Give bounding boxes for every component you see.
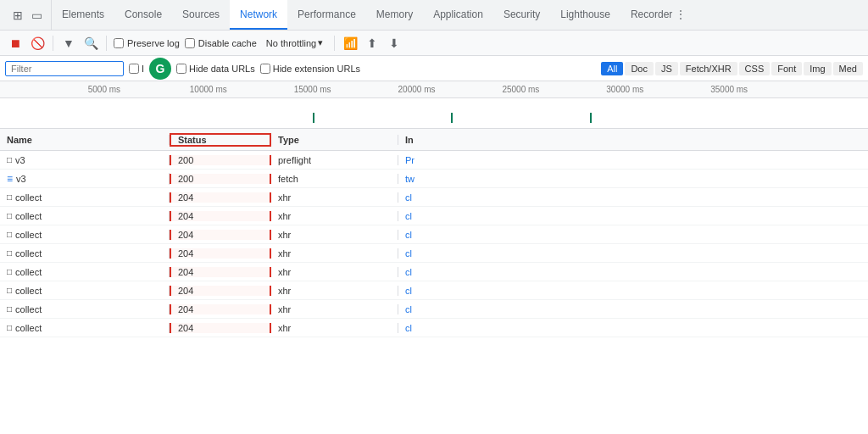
- td-name: □collect: [0, 192, 170, 203]
- td-type: xhr: [271, 211, 398, 221]
- td-initiator: cl: [398, 230, 868, 240]
- table-row[interactable]: □collect204xhrcl: [0, 207, 868, 225]
- doc-icon: □: [7, 248, 12, 258]
- wifi-icon[interactable]: 📶: [342, 35, 359, 52]
- th-initiator[interactable]: In: [398, 135, 868, 145]
- tab-recorder[interactable]: Recorder ⋮: [620, 0, 696, 30]
- preserve-log-checkbox[interactable]: [114, 38, 124, 48]
- doc-icon: □: [7, 286, 12, 295]
- row-name: collect: [15, 286, 42, 296]
- td-initiator: cl: [398, 211, 868, 221]
- filter-bar: I G Hide data URLs Hide extension URLs A…: [0, 56, 868, 81]
- disable-cache-checkbox[interactable]: [185, 38, 195, 48]
- th-type[interactable]: Type: [271, 135, 398, 145]
- table-row[interactable]: ≡v3200fetchtw: [0, 170, 868, 188]
- hide-data-urls-checkbox[interactable]: [176, 64, 186, 74]
- disable-cache-group[interactable]: Disable cache: [185, 38, 257, 48]
- type-filter-fetch-xhr[interactable]: Fetch/XHR: [680, 62, 737, 75]
- td-status: 204: [170, 304, 271, 314]
- td-initiator: tw: [398, 174, 868, 184]
- table-row[interactable]: □collect204xhrcl: [0, 281, 868, 300]
- filter-icon[interactable]: ▼: [60, 35, 77, 52]
- upload-icon[interactable]: ⬆: [364, 35, 381, 52]
- tab-performance[interactable]: Performance: [287, 0, 366, 30]
- tab-bar: ⊞ ▭ Elements Console Sources Network Per…: [0, 0, 868, 31]
- td-name: ≡v3: [0, 173, 170, 185]
- td-initiator: cl: [398, 267, 868, 277]
- hide-data-urls-label: Hide data URLs: [189, 64, 255, 74]
- type-filter-all[interactable]: All: [601, 62, 623, 75]
- fetch-icon: ≡: [7, 173, 13, 185]
- table-row[interactable]: □collect204xhrcl: [0, 300, 868, 319]
- tab-security[interactable]: Security: [493, 0, 550, 30]
- row-name: collect: [15, 267, 42, 277]
- tab-console[interactable]: Console: [114, 0, 172, 30]
- throttle-dropdown[interactable]: No throttling ▾: [262, 35, 327, 51]
- th-status[interactable]: Status: [170, 133, 271, 147]
- search-button[interactable]: 🔍: [82, 35, 99, 52]
- type-filter-img[interactable]: Img: [804, 62, 831, 75]
- table-row[interactable]: □collect204xhrcl: [0, 319, 868, 337]
- td-initiator: cl: [398, 323, 868, 333]
- td-status: 204: [170, 323, 271, 333]
- invert-checkbox[interactable]: [129, 64, 139, 74]
- type-filter-doc[interactable]: Doc: [625, 62, 654, 75]
- type-filter-js[interactable]: JS: [655, 62, 678, 75]
- table-row[interactable]: □collect204xhrcl: [0, 225, 868, 244]
- doc-icon: □: [7, 155, 12, 164]
- preserve-log-label: Preserve log: [127, 38, 180, 48]
- type-filter-font[interactable]: Font: [771, 62, 802, 75]
- invert-label: I: [142, 64, 144, 74]
- download-icon[interactable]: ⬇: [386, 35, 403, 52]
- tab-application[interactable]: Application: [423, 0, 493, 30]
- device-icon[interactable]: ▭: [29, 8, 44, 23]
- table-row[interactable]: □collect204xhrcl: [0, 244, 868, 263]
- ruler-mark: 10000 ms: [190, 85, 227, 94]
- separator-3: [334, 36, 335, 51]
- record-stop-button[interactable]: ⏹: [7, 35, 24, 52]
- table-header: Name Status Type In: [0, 129, 868, 151]
- separator-2: [106, 36, 107, 51]
- filter-input[interactable]: [5, 61, 124, 76]
- td-initiator: cl: [398, 304, 868, 314]
- type-filter-css[interactable]: CSS: [739, 62, 771, 75]
- clear-button[interactable]: 🚫: [29, 35, 46, 52]
- td-name: □collect: [0, 248, 170, 259]
- avatar[interactable]: G: [149, 58, 171, 80]
- doc-icon: □: [7, 230, 12, 239]
- hide-data-urls-group[interactable]: Hide data URLs: [176, 64, 255, 74]
- tab-memory[interactable]: Memory: [366, 0, 423, 30]
- devtools-icons: ⊞ ▭: [3, 0, 52, 30]
- preserve-log-group[interactable]: Preserve log: [114, 38, 180, 48]
- row-name: collect: [15, 192, 42, 203]
- td-initiator: cl: [398, 248, 868, 259]
- tab-sources[interactable]: Sources: [172, 0, 230, 30]
- tab-elements[interactable]: Elements: [52, 0, 114, 30]
- invert-checkbox-group[interactable]: I: [129, 64, 144, 74]
- table-row[interactable]: □v3200preflightPr: [0, 151, 868, 170]
- inspect-icon[interactable]: ⊞: [10, 8, 25, 23]
- td-name: □collect: [0, 304, 170, 314]
- doc-icon: □: [7, 304, 12, 314]
- separator-1: [53, 36, 53, 51]
- hide-extension-urls-checkbox[interactable]: [260, 64, 270, 74]
- row-name: collect: [15, 304, 42, 314]
- table-row[interactable]: □collect204xhrcl: [0, 188, 868, 207]
- hide-extension-urls-label: Hide extension URLs: [273, 64, 360, 74]
- network-toolbar: ⏹ 🚫 ▼ 🔍 Preserve log Disable cache No th…: [0, 31, 868, 56]
- row-name: collect: [15, 248, 42, 259]
- doc-icon: □: [7, 323, 12, 332]
- hide-extension-urls-group[interactable]: Hide extension URLs: [260, 64, 360, 74]
- type-filters: AllDocJSFetch/XHRCSSFontImgMed: [601, 62, 863, 75]
- row-name: v3: [16, 174, 26, 184]
- ruler-mark: 30000 ms: [606, 85, 643, 94]
- td-initiator: Pr: [398, 155, 868, 165]
- type-filter-med[interactable]: Med: [833, 62, 863, 75]
- th-name[interactable]: Name: [0, 135, 170, 145]
- table-row[interactable]: □collect204xhrcl: [0, 263, 868, 281]
- tab-network[interactable]: Network: [230, 0, 287, 30]
- doc-icon: □: [7, 211, 12, 220]
- tab-lighthouse[interactable]: Lighthouse: [550, 0, 620, 30]
- ruler-mark: 20000 ms: [398, 85, 436, 94]
- td-initiator: cl: [398, 192, 868, 203]
